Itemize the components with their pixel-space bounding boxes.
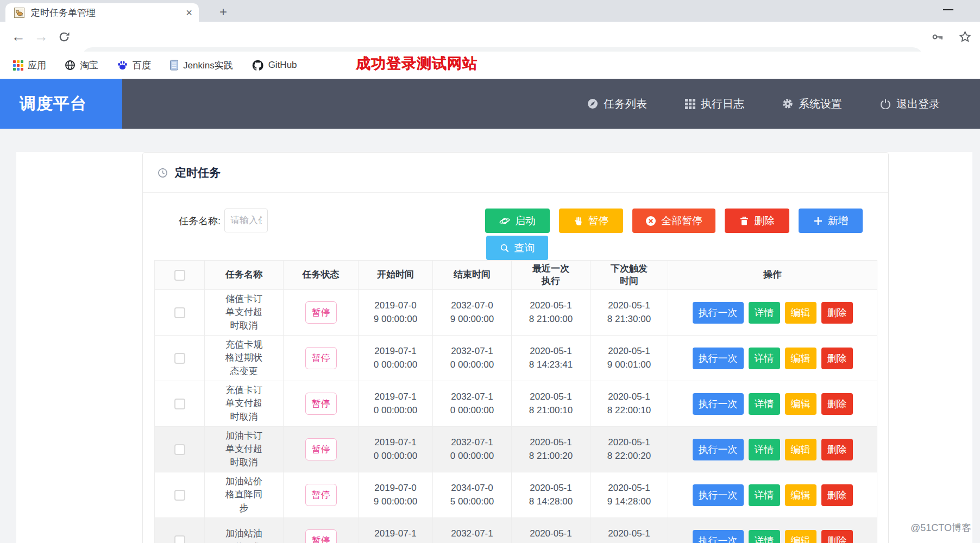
browser-tab[interactable]: 定时任务单管理 × — [5, 3, 199, 22]
nav-item-label: 退出登录 — [896, 97, 940, 111]
last-run-cell: 2020-05-1 8 21:00:20 — [512, 427, 590, 472]
checkbox-cell — [155, 336, 205, 381]
status-cell: 暂停 — [284, 472, 359, 518]
nav-item-label: 系统设置 — [799, 97, 842, 111]
delete-row-button[interactable]: 删除 — [821, 393, 853, 415]
detail-button[interactable]: 详情 — [749, 484, 780, 506]
row-checkbox[interactable] — [174, 444, 185, 455]
edit-button[interactable]: 编辑 — [785, 393, 816, 415]
detail-button[interactable]: 详情 — [749, 530, 780, 543]
pause-button-label: 暂停 — [588, 214, 609, 228]
new-tab-button[interactable]: + — [214, 3, 233, 21]
bookmark-apps[interactable]: 应用 — [9, 59, 46, 72]
actions-cell: 执行一次详情编辑删除 — [668, 518, 877, 543]
actions-cell: 执行一次详情编辑删除 — [668, 427, 877, 472]
app-logo[interactable]: 调度平台 — [0, 79, 122, 129]
stopwatch-icon — [157, 167, 168, 178]
delete-row-button[interactable]: 删除 — [821, 348, 853, 369]
end-time-cell: 2032-07-1 0 00:00:00 — [433, 427, 512, 472]
row-checkbox[interactable] — [174, 353, 185, 364]
tab-close-icon[interactable]: × — [186, 7, 192, 18]
pause-all-button[interactable]: 全部暂停 — [632, 209, 715, 233]
run-once-button[interactable]: 执行一次 — [693, 393, 744, 415]
delete-button[interactable]: 删除 — [725, 209, 789, 233]
bookmark-jenkins[interactable]: Jenkins实践 — [169, 59, 233, 72]
query-button[interactable]: 查询 — [486, 236, 548, 260]
start-button-label: 启动 — [515, 214, 536, 228]
detail-button[interactable]: 详情 — [749, 439, 780, 460]
start-time-cell: 2019-07-1 0 00:00:00 — [359, 381, 433, 427]
detail-button[interactable]: 详情 — [749, 393, 780, 415]
detail-button[interactable]: 详情 — [749, 348, 780, 369]
reload-button[interactable] — [53, 22, 75, 52]
run-once-button[interactable]: 执行一次 — [693, 348, 744, 369]
run-once-button[interactable]: 执行一次 — [693, 302, 744, 324]
start-time-cell: 2019-07-1 0 00:00:00 — [359, 518, 433, 543]
detail-button[interactable]: 详情 — [749, 302, 780, 324]
run-once-button[interactable]: 执行一次 — [693, 484, 744, 506]
baidu-paw-icon — [117, 60, 128, 71]
add-button[interactable]: 新增 — [799, 209, 863, 233]
pause-all-button-label: 全部暂停 — [661, 214, 702, 228]
status-badge: 暂停 — [305, 301, 337, 324]
start-button[interactable]: 启动 — [485, 209, 550, 233]
grid-icon — [685, 99, 695, 109]
header-end-time: 结束时间 — [433, 261, 512, 290]
delete-row-button[interactable]: 删除 — [821, 530, 853, 543]
bookmark-label: 淘宝 — [80, 59, 98, 72]
saturn-icon — [499, 216, 510, 226]
power-icon — [880, 98, 891, 109]
checkbox-cell — [155, 427, 205, 472]
card-title: 定时任务 — [175, 165, 221, 180]
edit-button[interactable]: 编辑 — [785, 348, 816, 369]
end-time-cell: 2032-07-0 9 00:00:00 — [433, 290, 512, 336]
github-icon — [252, 59, 264, 72]
edit-button[interactable]: 编辑 — [785, 439, 816, 460]
gear-icon — [782, 98, 793, 109]
task-name-input[interactable] — [224, 209, 268, 232]
run-once-button[interactable]: 执行一次 — [693, 439, 744, 460]
task-name-cell: 充值卡订 单支付超 时取消 — [205, 381, 284, 427]
checkbox-cell — [155, 290, 205, 336]
delete-row-button[interactable]: 删除 — [821, 439, 853, 460]
task-name-cell: 加油卡订 单支付超 时取消 — [205, 427, 284, 472]
header-last-run: 最近一次 执行 — [512, 261, 590, 290]
status-cell: 暂停 — [284, 381, 359, 427]
pause-button[interactable]: 暂停 — [559, 209, 623, 233]
edit-button[interactable]: 编辑 — [785, 302, 816, 324]
checkbox-cell — [155, 518, 205, 543]
plus-icon — [813, 216, 823, 226]
bookmark-star-icon[interactable] — [954, 22, 976, 52]
bookmark-github[interactable]: GitHub — [252, 59, 297, 72]
row-checkbox[interactable] — [174, 490, 185, 501]
key-icon[interactable] — [927, 22, 948, 52]
end-time-cell: 2034-07-0 5 00:00:00 — [433, 472, 512, 518]
nav-item-system-settings[interactable]: 系统设置 — [782, 97, 842, 111]
select-all-checkbox[interactable] — [174, 270, 185, 281]
delete-row-button[interactable]: 删除 — [821, 484, 853, 506]
edit-button[interactable]: 编辑 — [785, 484, 816, 506]
last-run-cell: 2020-05-1 8 14:23:41 — [512, 336, 590, 381]
row-checkbox[interactable] — [174, 307, 185, 318]
start-time-cell: 2019-07-0 9 00:00:00 — [359, 472, 433, 518]
nav-item-logout[interactable]: 退出登录 — [880, 97, 940, 111]
row-checkbox[interactable] — [174, 535, 185, 543]
window-minimize-button[interactable] — [943, 9, 953, 10]
task-name-cell: 加油站油 品价目数 — [205, 518, 284, 543]
table-row: 加油站油 品价目数暂停2019-07-1 0 00:00:002032-07-1… — [155, 518, 877, 543]
header-task-status: 任务状态 — [284, 261, 359, 290]
login-success-annotation: 成功登录测试网站 — [356, 54, 478, 73]
start-time-cell: 2019-07-1 0 00:00:00 — [359, 427, 433, 472]
edit-button[interactable]: 编辑 — [785, 530, 816, 543]
bookmark-label: 应用 — [28, 59, 46, 72]
row-checkbox[interactable] — [174, 399, 185, 409]
bookmark-baidu[interactable]: 百度 — [117, 59, 151, 72]
nav-item-execution-log[interactable]: 执行日志 — [685, 97, 744, 111]
nav-item-task-list[interactable]: 任务列表 — [587, 97, 647, 111]
back-button[interactable]: ← — [8, 22, 29, 52]
tab-strip: 定时任务单管理 × + — [0, 0, 980, 22]
delete-row-button[interactable]: 删除 — [821, 302, 853, 324]
end-time-cell: 2032-07-1 0 00:00:00 — [433, 381, 512, 427]
run-once-button[interactable]: 执行一次 — [693, 530, 744, 543]
bookmark-taobao[interactable]: 淘宝 — [65, 59, 98, 72]
